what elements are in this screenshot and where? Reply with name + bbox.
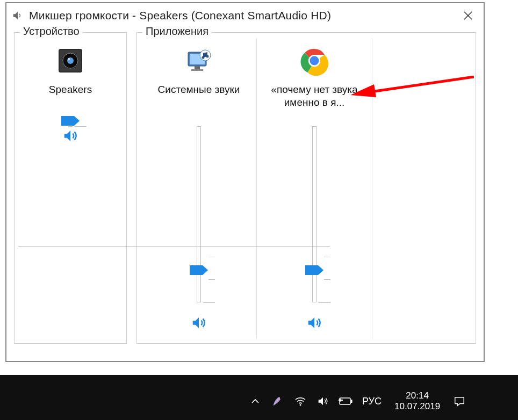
channel-system-sounds: Системные звуки — [141, 38, 257, 339]
annotation-arrow — [350, 76, 474, 99]
clock[interactable]: 20:14 10.07.2019 — [387, 390, 448, 412]
channel-device-label: Speakers — [49, 83, 92, 110]
device-group-label: Устройство — [20, 25, 83, 38]
clock-time: 20:14 — [394, 390, 440, 401]
volume-mixer-window: Микшер громкости - Speakers (Conexant Sm… — [5, 2, 485, 362]
device-group: Устройство Speakers — [14, 32, 127, 344]
action-center-icon[interactable] — [448, 387, 471, 415]
titlebar[interactable]: Микшер громкости - Speakers (Conexant Sm… — [6, 3, 484, 28]
close-button[interactable] — [455, 3, 481, 28]
svg-point-10 — [202, 56, 205, 59]
svg-line-15 — [371, 77, 474, 92]
tray-pen-icon[interactable] — [267, 387, 289, 415]
svg-point-17 — [300, 404, 301, 406]
speaker-device-icon[interactable] — [55, 46, 85, 76]
svg-point-11 — [206, 55, 209, 58]
mute-button-device[interactable] — [60, 125, 81, 147]
channel-device: Speakers — [19, 38, 122, 152]
svg-rect-7 — [195, 66, 200, 69]
svg-point-4 — [68, 58, 70, 60]
system-sounds-icon[interactable] — [184, 46, 214, 76]
volume-slider-chrome[interactable] — [293, 121, 336, 308]
svg-rect-18 — [340, 398, 350, 404]
window-title: Микшер громкости - Speakers (Conexant Sm… — [29, 9, 455, 22]
mute-button-system[interactable] — [188, 312, 210, 334]
applications-group-label: Приложения — [142, 25, 212, 38]
svg-point-14 — [310, 56, 319, 66]
tray-battery-icon[interactable] — [334, 387, 357, 415]
level-connector — [18, 246, 330, 247]
svg-marker-16 — [350, 84, 376, 97]
tray-volume-icon[interactable] — [312, 387, 334, 415]
tray-wifi-icon[interactable] — [289, 387, 312, 415]
svg-rect-19 — [351, 400, 352, 403]
channel-system-label: Системные звуки — [158, 83, 240, 110]
taskbar: РУС 20:14 10.07.2019 — [0, 382, 518, 420]
clock-date: 10.07.2019 — [394, 401, 440, 412]
tray-overflow-icon[interactable] — [244, 387, 267, 415]
svg-rect-8 — [191, 69, 203, 71]
language-indicator[interactable]: РУС — [357, 396, 387, 407]
speaker-icon — [12, 10, 24, 21]
volume-slider-system[interactable] — [177, 121, 220, 308]
mute-button-chrome[interactable] — [304, 312, 325, 334]
chrome-icon[interactable] — [299, 46, 329, 76]
